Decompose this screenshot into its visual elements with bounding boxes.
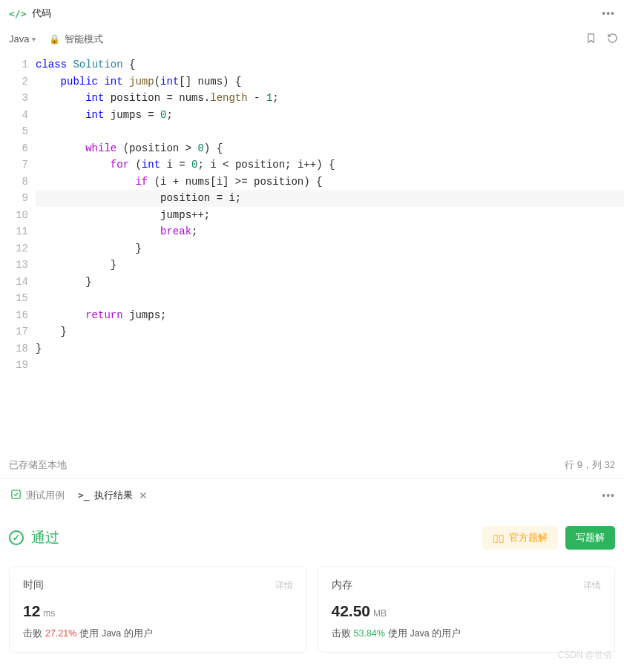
lock-icon: 🔒 (49, 34, 60, 45)
pass-check-icon: ✓ (9, 530, 24, 545)
language-label: Java (9, 33, 29, 45)
svg-rect-0 (12, 490, 20, 498)
time-beat-pct: 27.21% (45, 628, 76, 639)
editor-toolbar: Java ▾ 🔒 智能模式 (0, 27, 624, 52)
chevron-down-icon: ▾ (32, 35, 36, 43)
write-solution-label: 写题解 (576, 532, 605, 543)
time-value: 12 (23, 602, 40, 619)
time-beat-label: 击败 (23, 628, 42, 639)
check-square-icon (10, 489, 22, 502)
code-header: 代码 ••• (0, 0, 624, 27)
code-area[interactable]: class Solution { public int jump(int[] n… (36, 56, 624, 438)
tab-result-label: 执行结果 (94, 489, 133, 502)
result-tabs: 测试用例 >_ 执行结果 ✕ ••• (0, 478, 624, 511)
time-unit: ms (43, 608, 55, 619)
smart-mode[interactable]: 🔒 智能模式 (49, 33, 103, 46)
memory-beat-pct: 53.84% (354, 628, 385, 639)
memory-card: 内存 详情 42.50MB 击败53.84%使用 Java 的用户 (318, 566, 616, 653)
official-solution-label: 官方题解 (509, 531, 548, 544)
smart-mode-label: 智能模式 (65, 33, 103, 46)
cursor-position: 行 9，列 32 (565, 458, 615, 472)
close-icon[interactable]: ✕ (139, 490, 148, 501)
status-bar: 已存储至本地 行 9，列 32 (0, 452, 624, 478)
memory-value: 42.50 (332, 602, 371, 619)
line-gutter: 12345678910111213141516171819 (0, 56, 36, 438)
time-detail-link[interactable]: 详情 (275, 579, 293, 592)
official-solution-button[interactable]: ▯▯ 官方题解 (482, 526, 558, 550)
restore-icon[interactable] (607, 33, 618, 46)
book-icon: ▯▯ (493, 532, 505, 544)
memory-unit: MB (373, 608, 387, 619)
saved-status: 已存储至本地 (9, 458, 67, 472)
language-selector[interactable]: Java ▾ (9, 33, 36, 45)
more-icon[interactable]: ••• (602, 490, 615, 501)
more-icon[interactable]: ••• (602, 7, 615, 19)
time-beat-suffix: 使用 Java 的用户 (79, 628, 152, 639)
header-title: 代码 (32, 7, 51, 20)
code-editor[interactable]: 12345678910111213141516171819 class Solu… (0, 52, 624, 438)
memory-beat-suffix: 使用 Java 的用户 (388, 628, 461, 639)
code-icon (9, 8, 26, 19)
memory-beat-label: 击败 (332, 628, 351, 639)
tab-test-cases[interactable]: 测试用例 (9, 486, 66, 505)
write-solution-button[interactable]: 写题解 (565, 526, 615, 550)
time-label: 时间 (23, 579, 44, 592)
memory-detail-link[interactable]: 详情 (583, 579, 601, 592)
time-card: 时间 详情 12ms 击败27.21%使用 Java 的用户 (9, 566, 307, 653)
result-status: 通过 (31, 528, 59, 547)
result-panel: ✓ 通过 ▯▯ 官方题解 写题解 时间 详情 12ms 击败27.21%使用 J… (0, 511, 624, 653)
tab-test-cases-label: 测试用例 (26, 489, 65, 502)
tab-result[interactable]: >_ 执行结果 ✕ (76, 486, 149, 505)
terminal-icon: >_ (78, 490, 90, 501)
memory-label: 内存 (332, 579, 352, 592)
bookmark-icon[interactable] (585, 33, 597, 46)
